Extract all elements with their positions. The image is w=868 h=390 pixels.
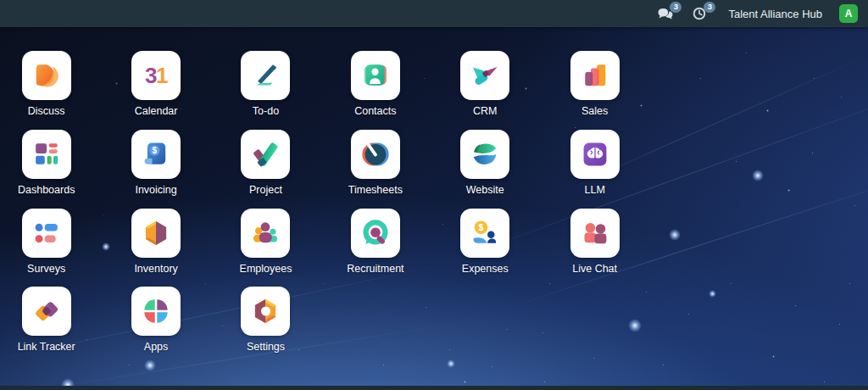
app-label: CRM <box>473 105 497 117</box>
app-livechat[interactable]: Live Chat <box>540 209 649 287</box>
todo-icon <box>241 51 290 100</box>
app-linktracker[interactable]: Link Tracker <box>0 287 101 365</box>
app-label: Dashboards <box>18 184 75 196</box>
app-label: Discuss <box>28 105 65 117</box>
company-menu[interactable]: Talent Alliance Hub <box>728 8 822 20</box>
app-project[interactable]: Project <box>211 130 320 209</box>
app-label: Apps <box>144 341 169 353</box>
app-label: Inventory <box>134 263 177 275</box>
app-label: Expenses <box>462 263 509 275</box>
app-label: Recruitment <box>347 263 403 275</box>
calendar-icon: 31 <box>131 51 181 100</box>
app-label: Surveys <box>27 263 65 275</box>
bright-star <box>669 229 681 241</box>
dollar-glyph: $ <box>153 146 158 155</box>
activities-badge: 3 <box>704 2 715 13</box>
settings-icon <box>241 287 290 336</box>
app-inventory[interactable]: Inventory <box>101 209 210 287</box>
app-invoicing[interactable]: $ Invoicing <box>101 130 210 209</box>
app-label: Settings <box>247 341 285 353</box>
app-llm[interactable]: LLM <box>540 130 649 209</box>
bright-star <box>709 290 716 298</box>
app-label: To-do <box>253 105 279 117</box>
timesheets-icon <box>351 130 400 179</box>
llm-icon <box>570 130 620 179</box>
app-label: Employees <box>240 263 292 275</box>
dashboards-icon <box>22 130 71 179</box>
messages-button[interactable]: 3 <box>657 6 674 21</box>
app-label: Website <box>466 184 504 196</box>
app-label: Invoicing <box>135 184 176 196</box>
app-sales[interactable]: Sales <box>540 51 649 130</box>
app-website[interactable]: Website <box>431 130 540 209</box>
user-avatar[interactable]: A <box>839 4 858 23</box>
topbar-right-group: 3 3 Talent Alliance Hub A <box>657 4 868 23</box>
website-icon <box>460 130 509 179</box>
inventory-icon <box>131 209 181 258</box>
surveys-icon <box>22 209 71 258</box>
app-apps[interactable]: Apps <box>101 287 210 365</box>
sales-icon <box>570 51 620 100</box>
project-icon <box>241 130 290 179</box>
app-surveys[interactable]: Surveys <box>0 209 101 287</box>
app-contacts[interactable]: Contacts <box>320 51 430 130</box>
livechat-icon <box>570 209 620 258</box>
top-navbar: 3 3 Talent Alliance Hub A <box>0 0 868 27</box>
invoicing-icon: $ <box>131 130 181 179</box>
crm-icon <box>460 51 509 100</box>
app-label: Timesheets <box>348 184 403 196</box>
expenses-icon: $ <box>460 209 509 258</box>
app-label: Calendar <box>135 105 178 117</box>
app-label: Contacts <box>354 105 396 117</box>
discuss-icon <box>22 51 71 100</box>
dollar-glyph: $ <box>479 222 484 232</box>
activities-button[interactable]: 3 <box>691 6 708 21</box>
app-label: LLM <box>584 184 604 196</box>
app-discuss[interactable]: Discuss <box>0 51 101 130</box>
calendar-digit: 3 <box>145 63 156 88</box>
bright-star <box>752 170 764 181</box>
app-todo[interactable]: To-do <box>211 51 320 130</box>
app-label: Live Chat <box>572 263 617 275</box>
app-crm[interactable]: CRM <box>431 51 540 130</box>
app-label: Link Tracker <box>18 341 75 353</box>
employees-icon <box>241 209 290 258</box>
app-timesheets[interactable]: Timesheets <box>320 130 430 209</box>
app-dashboards[interactable]: Dashboards <box>0 130 101 209</box>
recruitment-icon <box>351 209 400 258</box>
calendar-digit: 1 <box>156 63 167 88</box>
apps-icon <box>131 287 181 336</box>
app-employees[interactable]: Employees <box>211 209 320 287</box>
app-recruitment[interactable]: Recruitment <box>320 209 430 287</box>
app-settings[interactable]: Settings <box>211 287 320 365</box>
app-label: Project <box>249 184 282 196</box>
linktracker-icon <box>22 287 71 336</box>
contacts-icon <box>351 51 400 100</box>
app-label: Sales <box>581 105 608 117</box>
starfield <box>0 27 1 28</box>
app-grid: Discuss 31 Calendar To-do <box>0 51 663 365</box>
app-calendar[interactable]: 31 Calendar <box>101 51 210 130</box>
messages-badge: 3 <box>670 2 682 13</box>
bottom-edge <box>0 386 868 390</box>
app-expenses[interactable]: $ Expenses <box>431 209 540 287</box>
